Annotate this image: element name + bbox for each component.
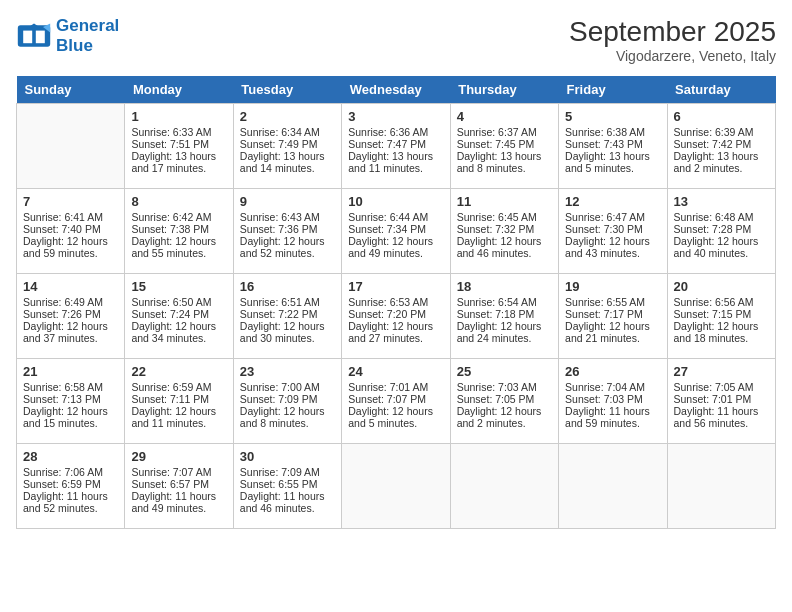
svg-rect-2	[23, 31, 32, 44]
day-info: Sunset: 7:01 PM	[674, 393, 769, 405]
day-info: Sunrise: 6:36 AM	[348, 126, 443, 138]
month-title: September 2025	[569, 16, 776, 48]
day-info: and 15 minutes.	[23, 417, 118, 429]
day-info: Sunrise: 6:39 AM	[674, 126, 769, 138]
day-number: 6	[674, 109, 769, 124]
day-info: and 56 minutes.	[674, 417, 769, 429]
day-number: 17	[348, 279, 443, 294]
day-info: Sunrise: 6:38 AM	[565, 126, 660, 138]
day-info: Daylight: 12 hours	[240, 405, 335, 417]
day-info: Sunset: 7:09 PM	[240, 393, 335, 405]
day-info: Sunset: 7:20 PM	[348, 308, 443, 320]
day-number: 27	[674, 364, 769, 379]
day-number: 19	[565, 279, 660, 294]
day-info: and 52 minutes.	[23, 502, 118, 514]
day-info: Sunset: 7:22 PM	[240, 308, 335, 320]
day-info: Sunrise: 6:56 AM	[674, 296, 769, 308]
day-number: 23	[240, 364, 335, 379]
header-day-tuesday: Tuesday	[233, 76, 341, 104]
day-info: Daylight: 13 hours	[457, 150, 552, 162]
day-number: 28	[23, 449, 118, 464]
day-info: Sunrise: 6:59 AM	[131, 381, 226, 393]
header-day-wednesday: Wednesday	[342, 76, 450, 104]
day-info: Sunset: 7:38 PM	[131, 223, 226, 235]
day-number: 10	[348, 194, 443, 209]
day-info: Daylight: 12 hours	[23, 405, 118, 417]
day-number: 9	[240, 194, 335, 209]
day-info: Sunset: 7:26 PM	[23, 308, 118, 320]
day-info: Sunrise: 7:09 AM	[240, 466, 335, 478]
day-info: and 52 minutes.	[240, 247, 335, 259]
day-info: Daylight: 12 hours	[565, 320, 660, 332]
calendar-cell: 6Sunrise: 6:39 AMSunset: 7:42 PMDaylight…	[667, 104, 775, 189]
day-info: and 46 minutes.	[240, 502, 335, 514]
day-info: Daylight: 12 hours	[674, 320, 769, 332]
day-info: Sunset: 7:24 PM	[131, 308, 226, 320]
calendar-cell: 26Sunrise: 7:04 AMSunset: 7:03 PMDayligh…	[559, 359, 667, 444]
calendar-table: SundayMondayTuesdayWednesdayThursdayFrid…	[16, 76, 776, 529]
day-number: 21	[23, 364, 118, 379]
day-info: Sunset: 7:40 PM	[23, 223, 118, 235]
day-info: Daylight: 12 hours	[348, 405, 443, 417]
day-info: Daylight: 11 hours	[23, 490, 118, 502]
day-info: Sunset: 7:47 PM	[348, 138, 443, 150]
day-info: Sunrise: 6:54 AM	[457, 296, 552, 308]
day-info: and 21 minutes.	[565, 332, 660, 344]
day-info: Sunrise: 6:45 AM	[457, 211, 552, 223]
day-info: Sunset: 7:17 PM	[565, 308, 660, 320]
day-info: Sunset: 7:34 PM	[348, 223, 443, 235]
header-day-saturday: Saturday	[667, 76, 775, 104]
calendar-cell: 8Sunrise: 6:42 AMSunset: 7:38 PMDaylight…	[125, 189, 233, 274]
day-info: and 34 minutes.	[131, 332, 226, 344]
day-info: Sunset: 7:30 PM	[565, 223, 660, 235]
day-info: Daylight: 13 hours	[131, 150, 226, 162]
day-info: Daylight: 12 hours	[131, 235, 226, 247]
day-info: Daylight: 12 hours	[457, 235, 552, 247]
day-info: and 11 minutes.	[131, 417, 226, 429]
day-info: and 55 minutes.	[131, 247, 226, 259]
day-info: and 59 minutes.	[23, 247, 118, 259]
day-info: Sunset: 7:07 PM	[348, 393, 443, 405]
day-info: Sunrise: 7:03 AM	[457, 381, 552, 393]
day-info: Sunrise: 6:53 AM	[348, 296, 443, 308]
calendar-cell: 22Sunrise: 6:59 AMSunset: 7:11 PMDayligh…	[125, 359, 233, 444]
day-info: and 24 minutes.	[457, 332, 552, 344]
day-info: Sunset: 7:11 PM	[131, 393, 226, 405]
day-info: Daylight: 12 hours	[23, 320, 118, 332]
calendar-header: SundayMondayTuesdayWednesdayThursdayFrid…	[17, 76, 776, 104]
day-info: Sunset: 6:57 PM	[131, 478, 226, 490]
calendar-cell: 2Sunrise: 6:34 AMSunset: 7:49 PMDaylight…	[233, 104, 341, 189]
day-info: Sunrise: 6:43 AM	[240, 211, 335, 223]
day-info: and 46 minutes.	[457, 247, 552, 259]
day-info: Daylight: 11 hours	[565, 405, 660, 417]
day-info: Sunrise: 7:05 AM	[674, 381, 769, 393]
calendar-cell: 24Sunrise: 7:01 AMSunset: 7:07 PMDayligh…	[342, 359, 450, 444]
calendar-cell: 3Sunrise: 6:36 AMSunset: 7:47 PMDaylight…	[342, 104, 450, 189]
calendar-cell: 7Sunrise: 6:41 AMSunset: 7:40 PMDaylight…	[17, 189, 125, 274]
day-info: Sunrise: 6:33 AM	[131, 126, 226, 138]
day-info: Daylight: 11 hours	[240, 490, 335, 502]
header-day-thursday: Thursday	[450, 76, 558, 104]
svg-rect-3	[36, 31, 45, 44]
day-info: Sunset: 7:32 PM	[457, 223, 552, 235]
day-info: and 49 minutes.	[348, 247, 443, 259]
day-info: and 5 minutes.	[348, 417, 443, 429]
header-day-monday: Monday	[125, 76, 233, 104]
day-info: Daylight: 12 hours	[565, 235, 660, 247]
day-info: and 59 minutes.	[565, 417, 660, 429]
day-number: 5	[565, 109, 660, 124]
calendar-cell: 5Sunrise: 6:38 AMSunset: 7:43 PMDaylight…	[559, 104, 667, 189]
logo-icon	[16, 18, 52, 54]
calendar-cell: 12Sunrise: 6:47 AMSunset: 7:30 PMDayligh…	[559, 189, 667, 274]
day-number: 3	[348, 109, 443, 124]
header-day-friday: Friday	[559, 76, 667, 104]
day-number: 8	[131, 194, 226, 209]
calendar-cell	[17, 104, 125, 189]
week-row-3: 14Sunrise: 6:49 AMSunset: 7:26 PMDayligh…	[17, 274, 776, 359]
calendar-cell: 1Sunrise: 6:33 AMSunset: 7:51 PMDaylight…	[125, 104, 233, 189]
day-info: Sunrise: 7:00 AM	[240, 381, 335, 393]
day-info: Sunrise: 6:55 AM	[565, 296, 660, 308]
day-info: Daylight: 12 hours	[23, 235, 118, 247]
calendar-cell: 30Sunrise: 7:09 AMSunset: 6:55 PMDayligh…	[233, 444, 341, 529]
day-info: and 11 minutes.	[348, 162, 443, 174]
